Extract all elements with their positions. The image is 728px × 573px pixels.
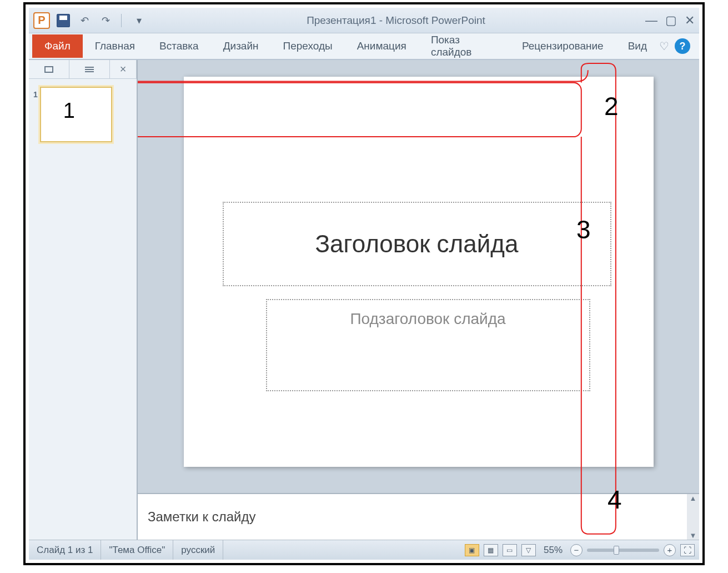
tab-animations[interactable]: Анимация <box>345 34 419 58</box>
outline-tab[interactable] <box>69 60 110 78</box>
zoom-out-button[interactable]: − <box>570 544 583 556</box>
tab-insert[interactable]: Вставка <box>147 34 211 58</box>
notes-placeholder: Заметки к слайду <box>148 509 255 525</box>
tab-file[interactable]: Файл <box>32 34 83 58</box>
view-slideshow-button[interactable]: ▽ <box>521 544 536 556</box>
slide-canvas[interactable]: Заголовок слайда Подзаголовок слайда <box>184 77 654 467</box>
slides-tab[interactable] <box>29 60 69 78</box>
tab-home[interactable]: Главная <box>83 34 147 58</box>
view-sorter-button[interactable]: ▦ <box>484 544 498 556</box>
qat-separator <box>121 14 123 27</box>
zoom-slider[interactable] <box>587 549 659 552</box>
status-language[interactable]: русский <box>173 540 223 560</box>
ribbon-tabs: Файл Главная Вставка Дизайн Переходы Ани… <box>29 33 699 60</box>
thumbnail-number: 1 <box>33 87 38 142</box>
minimize-button[interactable]: — <box>645 13 657 28</box>
title-placeholder[interactable]: Заголовок слайда <box>223 202 611 286</box>
zoom-in-button[interactable]: + <box>664 544 676 556</box>
status-slide-info[interactable]: Слайд 1 из 1 <box>29 540 101 560</box>
notes-scrollbar[interactable]: ▲ ▼ <box>687 494 699 540</box>
app-icon[interactable]: P <box>33 12 50 29</box>
ribbon-expand-icon[interactable]: ♡ <box>659 39 669 53</box>
view-reading-button[interactable]: ▭ <box>503 544 517 556</box>
tab-design[interactable]: Дизайн <box>211 34 271 58</box>
title-bar: P ↶ ↷ ▾ Презентация1 - Microsoft PowerPo… <box>29 8 699 33</box>
annotation-1: 1 <box>63 99 75 123</box>
panel-close-button[interactable]: × <box>110 60 137 78</box>
subtitle-placeholder[interactable]: Подзаголовок слайда <box>266 299 590 391</box>
save-button[interactable] <box>56 13 71 28</box>
help-icon[interactable]: ? <box>675 38 690 54</box>
slide-editor[interactable]: Заголовок слайда Подзаголовок слайда <box>138 60 699 493</box>
slides-panel: × 1 1 <box>29 60 138 540</box>
close-button[interactable]: ✕ <box>685 13 695 28</box>
zoom-percent[interactable]: 55% <box>540 545 566 556</box>
status-bar: Слайд 1 из 1 "Тема Office" русский ▣ ▦ ▭… <box>29 540 699 560</box>
tab-slideshow[interactable]: Показ слайдов <box>419 28 510 64</box>
maximize-button[interactable]: ▢ <box>665 13 677 28</box>
window-title: Презентация1 - Microsoft PowerPoint <box>147 14 645 27</box>
scroll-up-icon[interactable]: ▲ <box>690 494 697 502</box>
status-theme[interactable]: "Тема Office" <box>101 540 173 560</box>
slide-thumbnail[interactable]: 1 1 <box>33 87 132 142</box>
tab-view[interactable]: Вид <box>616 34 659 58</box>
notes-pane[interactable]: Заметки к слайду ▲ ▼ <box>138 493 699 540</box>
view-normal-button[interactable]: ▣ <box>465 544 479 556</box>
fit-to-window-button[interactable]: ⛶ <box>680 544 695 556</box>
scroll-down-icon[interactable]: ▼ <box>690 531 697 540</box>
tab-transitions[interactable]: Переходы <box>271 34 345 58</box>
tab-review[interactable]: Рецензирование <box>510 34 616 58</box>
redo-button[interactable]: ↷ <box>98 13 113 28</box>
qat-customize-button[interactable]: ▾ <box>131 13 147 28</box>
undo-button[interactable]: ↶ <box>77 13 92 28</box>
